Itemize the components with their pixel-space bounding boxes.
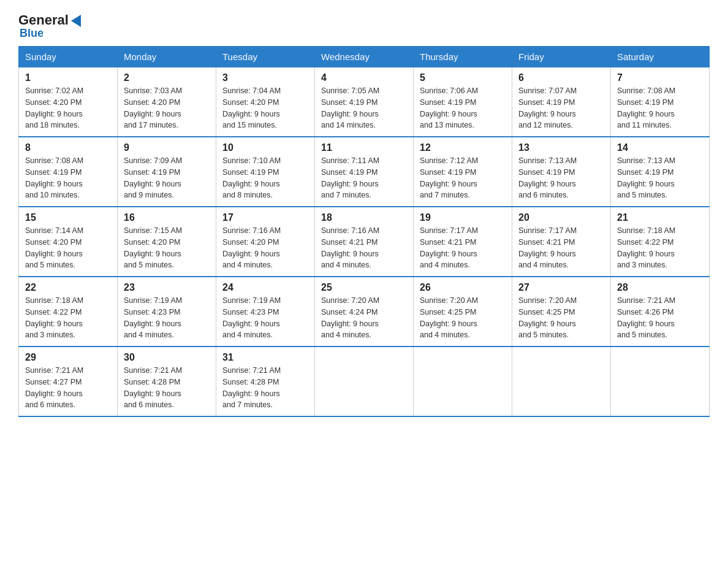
day-info: Sunrise: 7:13 AMSunset: 4:19 PMDaylight:… <box>617 156 675 199</box>
calendar-cell: 1 Sunrise: 7:02 AMSunset: 4:20 PMDayligh… <box>19 67 118 137</box>
calendar-cell: 27 Sunrise: 7:20 AMSunset: 4:25 PMDaylig… <box>512 277 611 347</box>
day-number: 15 <box>25 212 111 223</box>
calendar-cell: 5 Sunrise: 7:06 AMSunset: 4:19 PMDayligh… <box>414 67 512 137</box>
calendar-cell: 8 Sunrise: 7:08 AMSunset: 4:19 PMDayligh… <box>19 137 118 207</box>
day-number: 23 <box>124 282 210 293</box>
day-number: 22 <box>25 282 111 293</box>
day-number: 20 <box>518 212 604 223</box>
day-number: 31 <box>222 352 308 363</box>
calendar-cell: 13 Sunrise: 7:13 AMSunset: 4:19 PMDaylig… <box>512 137 611 207</box>
column-header-saturday: Saturday <box>611 47 710 67</box>
day-info: Sunrise: 7:18 AMSunset: 4:22 PMDaylight:… <box>25 296 83 339</box>
calendar-week-row: 15 Sunrise: 7:14 AMSunset: 4:20 PMDaylig… <box>19 207 710 277</box>
day-info: Sunrise: 7:05 AMSunset: 4:19 PMDaylight:… <box>321 86 379 129</box>
logo-general-text: General <box>18 12 69 28</box>
day-info: Sunrise: 7:19 AMSunset: 4:23 PMDaylight:… <box>222 296 281 339</box>
calendar-week-row: 22 Sunrise: 7:18 AMSunset: 4:22 PMDaylig… <box>19 277 710 347</box>
calendar-cell: 12 Sunrise: 7:12 AMSunset: 4:19 PMDaylig… <box>414 137 512 207</box>
day-info: Sunrise: 7:21 AMSunset: 4:28 PMDaylight:… <box>222 366 281 409</box>
calendar-cell: 16 Sunrise: 7:15 AMSunset: 4:20 PMDaylig… <box>118 207 216 277</box>
calendar-cell: 11 Sunrise: 7:11 AMSunset: 4:19 PMDaylig… <box>315 137 414 207</box>
calendar-cell: 9 Sunrise: 7:09 AMSunset: 4:19 PMDayligh… <box>118 137 216 207</box>
calendar-cell: 29 Sunrise: 7:21 AMSunset: 4:27 PMDaylig… <box>19 347 118 416</box>
day-info: Sunrise: 7:14 AMSunset: 4:20 PMDaylight:… <box>25 226 83 269</box>
day-info: Sunrise: 7:17 AMSunset: 4:21 PMDaylight:… <box>420 226 478 269</box>
day-info: Sunrise: 7:21 AMSunset: 4:27 PMDaylight:… <box>25 366 83 409</box>
day-info: Sunrise: 7:13 AMSunset: 4:19 PMDaylight:… <box>518 156 577 199</box>
day-info: Sunrise: 7:17 AMSunset: 4:21 PMDaylight:… <box>518 226 577 269</box>
calendar-cell <box>315 347 414 416</box>
column-header-thursday: Thursday <box>414 47 512 67</box>
calendar-cell: 15 Sunrise: 7:14 AMSunset: 4:20 PMDaylig… <box>19 207 118 277</box>
logo-subtitle: Blue <box>20 27 44 40</box>
day-number: 30 <box>124 352 210 363</box>
column-header-tuesday: Tuesday <box>216 47 315 67</box>
column-header-wednesday: Wednesday <box>315 47 414 67</box>
day-number: 27 <box>518 282 604 293</box>
calendar-week-row: 29 Sunrise: 7:21 AMSunset: 4:27 PMDaylig… <box>19 347 710 416</box>
day-info: Sunrise: 7:21 AMSunset: 4:28 PMDaylight:… <box>124 366 182 409</box>
calendar-week-row: 1 Sunrise: 7:02 AMSunset: 4:20 PMDayligh… <box>19 67 710 137</box>
day-info: Sunrise: 7:11 AMSunset: 4:19 PMDaylight:… <box>321 156 379 199</box>
day-info: Sunrise: 7:20 AMSunset: 4:24 PMDaylight:… <box>321 296 379 339</box>
calendar-cell: 6 Sunrise: 7:07 AMSunset: 4:19 PMDayligh… <box>512 67 611 137</box>
day-number: 21 <box>617 212 703 223</box>
day-info: Sunrise: 7:08 AMSunset: 4:19 PMDaylight:… <box>25 156 83 199</box>
calendar-cell: 4 Sunrise: 7:05 AMSunset: 4:19 PMDayligh… <box>315 67 414 137</box>
day-number: 14 <box>617 142 703 153</box>
calendar-cell: 14 Sunrise: 7:13 AMSunset: 4:19 PMDaylig… <box>611 137 710 207</box>
calendar-cell <box>414 347 512 416</box>
logo-text: General <box>18 12 81 28</box>
calendar-cell: 30 Sunrise: 7:21 AMSunset: 4:28 PMDaylig… <box>118 347 216 416</box>
calendar-cell: 24 Sunrise: 7:19 AMSunset: 4:23 PMDaylig… <box>216 277 315 347</box>
day-number: 8 <box>25 142 111 153</box>
calendar-cell: 28 Sunrise: 7:21 AMSunset: 4:26 PMDaylig… <box>611 277 710 347</box>
day-number: 10 <box>222 142 308 153</box>
calendar-cell <box>611 347 710 416</box>
calendar-cell: 18 Sunrise: 7:16 AMSunset: 4:21 PMDaylig… <box>315 207 414 277</box>
day-info: Sunrise: 7:09 AMSunset: 4:19 PMDaylight:… <box>124 156 182 199</box>
calendar-week-row: 8 Sunrise: 7:08 AMSunset: 4:19 PMDayligh… <box>19 137 710 207</box>
calendar-cell: 7 Sunrise: 7:08 AMSunset: 4:19 PMDayligh… <box>611 67 710 137</box>
page-header: General Blue <box>18 12 710 40</box>
calendar-cell: 23 Sunrise: 7:19 AMSunset: 4:23 PMDaylig… <box>118 277 216 347</box>
calendar-cell: 21 Sunrise: 7:18 AMSunset: 4:22 PMDaylig… <box>611 207 710 277</box>
day-info: Sunrise: 7:07 AMSunset: 4:19 PMDaylight:… <box>518 86 577 129</box>
column-header-sunday: Sunday <box>19 47 118 67</box>
day-number: 24 <box>222 282 308 293</box>
day-info: Sunrise: 7:19 AMSunset: 4:23 PMDaylight:… <box>124 296 182 339</box>
day-info: Sunrise: 7:04 AMSunset: 4:20 PMDaylight:… <box>222 86 281 129</box>
day-info: Sunrise: 7:15 AMSunset: 4:20 PMDaylight:… <box>124 226 182 269</box>
calendar-cell: 26 Sunrise: 7:20 AMSunset: 4:25 PMDaylig… <box>414 277 512 347</box>
calendar-cell <box>512 347 611 416</box>
day-info: Sunrise: 7:20 AMSunset: 4:25 PMDaylight:… <box>518 296 577 339</box>
day-number: 13 <box>518 142 604 153</box>
calendar-cell: 31 Sunrise: 7:21 AMSunset: 4:28 PMDaylig… <box>216 347 315 416</box>
day-number: 11 <box>321 142 407 153</box>
day-number: 2 <box>124 72 210 83</box>
day-number: 3 <box>222 72 308 83</box>
day-number: 12 <box>420 142 506 153</box>
day-info: Sunrise: 7:21 AMSunset: 4:26 PMDaylight:… <box>617 296 675 339</box>
logo: General Blue <box>18 12 81 40</box>
day-number: 16 <box>124 212 210 223</box>
day-number: 25 <box>321 282 407 293</box>
calendar-cell: 17 Sunrise: 7:16 AMSunset: 4:20 PMDaylig… <box>216 207 315 277</box>
calendar-cell: 20 Sunrise: 7:17 AMSunset: 4:21 PMDaylig… <box>512 207 611 277</box>
day-number: 29 <box>25 352 111 363</box>
day-number: 4 <box>321 72 407 83</box>
day-info: Sunrise: 7:20 AMSunset: 4:25 PMDaylight:… <box>420 296 478 339</box>
day-info: Sunrise: 7:12 AMSunset: 4:19 PMDaylight:… <box>420 156 478 199</box>
calendar-cell: 25 Sunrise: 7:20 AMSunset: 4:24 PMDaylig… <box>315 277 414 347</box>
day-number: 7 <box>617 72 703 83</box>
day-number: 6 <box>518 72 604 83</box>
day-number: 1 <box>25 72 111 83</box>
day-info: Sunrise: 7:06 AMSunset: 4:19 PMDaylight:… <box>420 86 478 129</box>
day-info: Sunrise: 7:16 AMSunset: 4:21 PMDaylight:… <box>321 226 379 269</box>
calendar-cell: 10 Sunrise: 7:10 AMSunset: 4:19 PMDaylig… <box>216 137 315 207</box>
day-info: Sunrise: 7:03 AMSunset: 4:20 PMDaylight:… <box>124 86 182 129</box>
day-number: 5 <box>420 72 506 83</box>
calendar-header-row: SundayMondayTuesdayWednesdayThursdayFrid… <box>19 47 710 67</box>
calendar-cell: 2 Sunrise: 7:03 AMSunset: 4:20 PMDayligh… <box>118 67 216 137</box>
calendar-table: SundayMondayTuesdayWednesdayThursdayFrid… <box>18 46 710 417</box>
